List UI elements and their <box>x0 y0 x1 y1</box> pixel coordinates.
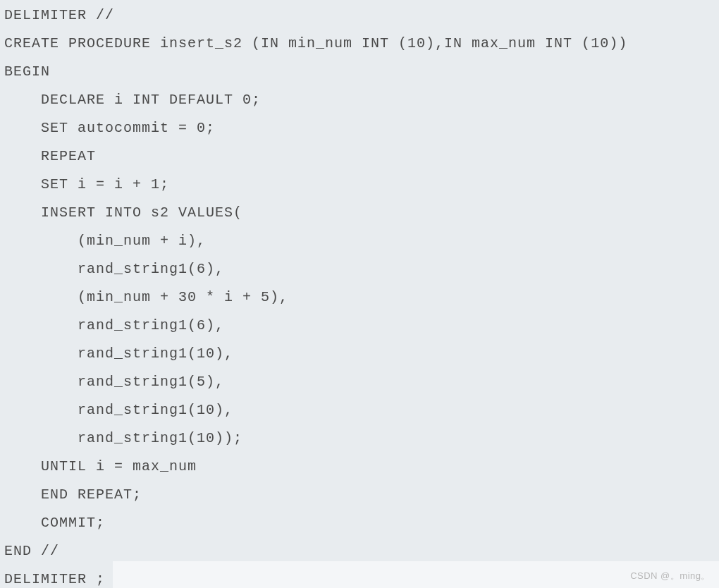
code-line: REPEAT <box>4 142 715 171</box>
code-block: DELIMITER // CREATE PROCEDURE insert_s2 … <box>0 0 719 588</box>
watermark-strip <box>113 561 719 588</box>
code-line: rand_string1(6), <box>4 312 715 340</box>
code-line: SET autocommit = 0; <box>4 114 715 142</box>
code-line: DELIMITER // <box>4 1 715 30</box>
code-line: rand_string1(10), <box>4 340 715 368</box>
code-line: END REPEAT; <box>4 481 715 509</box>
code-line: INSERT INTO s2 VALUES( <box>4 199 715 227</box>
code-line: CREATE PROCEDURE insert_s2 (IN min_num I… <box>4 30 715 58</box>
watermark-text: CSDN @。ming。 <box>630 570 711 582</box>
code-line: UNTIL i = max_num <box>4 453 715 481</box>
code-line: BEGIN <box>4 58 715 86</box>
code-line: SET i = i + 1; <box>4 171 715 199</box>
code-line: COMMIT; <box>4 509 715 537</box>
code-line: rand_string1(10), <box>4 396 715 424</box>
code-line: rand_string1(6), <box>4 255 715 283</box>
code-line: (min_num + i), <box>4 227 715 255</box>
code-line: DECLARE i INT DEFAULT 0; <box>4 86 715 114</box>
code-line: rand_string1(5), <box>4 368 715 396</box>
code-line: rand_string1(10)); <box>4 424 715 453</box>
code-line: (min_num + 30 * i + 5), <box>4 283 715 312</box>
